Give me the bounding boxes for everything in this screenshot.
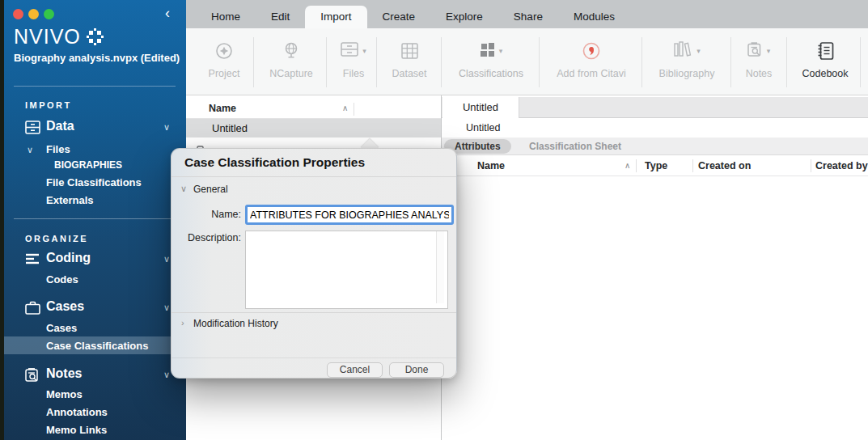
- sidebar: ‹ NVIVO Biography analysis.nvpx (Edited)…: [4, 0, 186, 440]
- ribbon: Home Edit Import Create Explore Share Mo…: [186, 0, 868, 95]
- sidebar-collapse-icon[interactable]: ‹: [165, 5, 170, 21]
- sort-ascending-icon[interactable]: ∧: [342, 104, 348, 112]
- col-created-by[interactable]: Created by: [815, 160, 868, 171]
- case-classification-properties-dialog: Case Classification Properties ∨ General…: [171, 148, 457, 379]
- name-field-label: Name:: [171, 209, 241, 220]
- chevron-down-icon[interactable]: ∨: [163, 302, 170, 313]
- add-from-citavi-button[interactable]: Add from Citavi: [543, 39, 640, 79]
- col-type[interactable]: Type: [645, 160, 667, 171]
- data-icon: [25, 121, 40, 138]
- document-tab-untitled[interactable]: Untitled: [442, 97, 519, 118]
- nvivo-logo-mark: [87, 28, 104, 45]
- chevron-down-icon[interactable]: ∨: [163, 122, 170, 133]
- notes-icon: [747, 42, 763, 61]
- dialog-title: Case Classification Properties: [184, 155, 365, 170]
- done-button[interactable]: Done: [389, 362, 444, 378]
- dropdown-caret-icon[interactable]: ▾: [767, 47, 771, 55]
- dialog-separator: [171, 176, 456, 177]
- cases-icon: [25, 301, 40, 318]
- attributes-table-header: Name ∧ Type Created on Created by: [442, 155, 868, 176]
- classifications-button[interactable]: ▾ Classifications: [451, 39, 531, 79]
- column-separator: [692, 159, 693, 172]
- general-section-label[interactable]: General: [193, 184, 228, 195]
- name-input[interactable]: [245, 205, 454, 225]
- toolbar-separator: [539, 37, 540, 87]
- classifications-icon: [480, 42, 495, 61]
- minimize-window-button[interactable]: [28, 9, 39, 19]
- dialog-separator: [171, 312, 456, 313]
- toolbar-separator: [641, 37, 642, 87]
- chevron-down-icon[interactable]: ∨: [27, 145, 33, 155]
- sort-ascending-icon[interactable]: ∧: [625, 161, 630, 170]
- col-name[interactable]: Name: [477, 160, 505, 171]
- col-created-on[interactable]: Created on: [698, 160, 751, 171]
- sidebar-divider: [14, 218, 176, 219]
- modification-history-label[interactable]: Modification History: [193, 318, 278, 329]
- document-title-row: Untitled: [442, 118, 868, 138]
- citavi-icon: [543, 39, 640, 63]
- subtab-classification-sheet[interactable]: Classification Sheet: [529, 138, 621, 155]
- codebook-icon: [789, 39, 862, 63]
- dropdown-caret-icon[interactable]: ▾: [362, 47, 366, 55]
- sidebar-item-cases-child[interactable]: Cases: [46, 322, 77, 334]
- notes-icon: [25, 368, 40, 386]
- tab-home[interactable]: Home: [196, 6, 256, 28]
- chevron-down-icon[interactable]: ∨: [180, 184, 187, 194]
- sidebar-item-file-classifications[interactable]: File Classifications: [46, 176, 142, 188]
- codebook-button[interactable]: Codebook: [789, 39, 862, 79]
- description-textarea[interactable]: [245, 231, 448, 309]
- section-import-header: IMPORT: [25, 100, 72, 110]
- sidebar-item-codes[interactable]: Codes: [46, 273, 78, 286]
- description-scrollbar[interactable]: [436, 231, 444, 303]
- project-button[interactable]: Project: [188, 39, 260, 79]
- nvivo-window: ‹ NVIVO Biography analysis.nvpx (Edited)…: [0, 0, 868, 440]
- name-column-header[interactable]: Name: [209, 103, 236, 114]
- bibliography-icon: [673, 41, 692, 61]
- tab-modules[interactable]: Modules: [558, 6, 630, 28]
- tab-edit[interactable]: Edit: [256, 6, 305, 28]
- close-window-button[interactable]: [13, 9, 23, 19]
- sidebar-item-externals[interactable]: Externals: [46, 194, 94, 206]
- project-icon: [188, 39, 260, 63]
- chevron-down-icon[interactable]: ∨: [163, 254, 170, 264]
- project-name: Biography analysis.nvpx (Edited): [14, 52, 180, 64]
- tab-create[interactable]: Create: [367, 6, 431, 28]
- description-field-label: Description:: [171, 232, 241, 243]
- notes-button[interactable]: ▾ Notes: [722, 39, 795, 79]
- ribbon-tabbar: Home Edit Import Create Explore Share Mo…: [186, 0, 868, 28]
- row-label: Untitled: [212, 122, 248, 134]
- bibliography-button[interactable]: ▾ Bibliography: [646, 39, 727, 79]
- tab-import[interactable]: Import: [305, 6, 366, 28]
- column-separator: [811, 159, 811, 172]
- detail-panel: Untitled Untitled Attributes Classificat…: [442, 95, 868, 440]
- detail-subtabs: Attributes Classification Sheet: [442, 138, 868, 155]
- cancel-button[interactable]: Cancel: [327, 362, 383, 378]
- dropdown-caret-icon[interactable]: ▾: [697, 47, 701, 55]
- tab-explore[interactable]: Explore: [430, 6, 498, 28]
- column-separator: [354, 103, 354, 116]
- list-row-untitled[interactable]: Untitled: [186, 119, 441, 138]
- dataset-button[interactable]: Dataset: [373, 39, 446, 79]
- tab-share[interactable]: Share: [498, 6, 558, 28]
- chevron-down-icon[interactable]: ∨: [163, 370, 170, 380]
- sidebar-item-memos[interactable]: Memos: [46, 388, 83, 400]
- document-tabstrip: Untitled: [442, 97, 868, 118]
- coding-icon: [25, 253, 40, 268]
- files-icon: [341, 42, 358, 60]
- chevron-right-icon[interactable]: ›: [181, 318, 184, 328]
- dialog-footer-separator: [171, 358, 456, 358]
- sidebar-item-biographies[interactable]: BIOGRAPHIES: [54, 159, 122, 171]
- document-title: Untitled: [466, 122, 500, 133]
- sidebar-divider: [14, 86, 176, 87]
- section-organize-header: ORGANIZE: [25, 234, 88, 243]
- zoom-window-button[interactable]: [44, 9, 54, 19]
- dropdown-caret-icon[interactable]: ▾: [499, 47, 503, 55]
- sidebar-item-memo-links[interactable]: Memo Links: [46, 424, 107, 436]
- column-separator: [636, 159, 637, 172]
- nvivo-logo: NVIVO: [14, 25, 104, 49]
- dataset-icon: [373, 39, 446, 63]
- nvivo-logo-text: NVIVO: [14, 25, 81, 49]
- sidebar-item-annotations[interactable]: Annotations: [46, 406, 108, 418]
- list-column-header[interactable]: Name ∧: [186, 99, 441, 119]
